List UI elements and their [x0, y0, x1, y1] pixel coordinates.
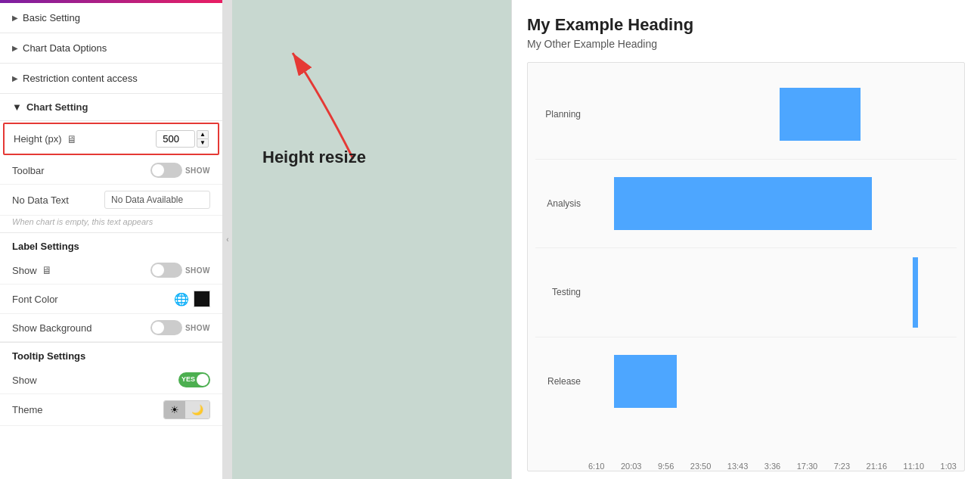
height-spinner: ▲ ▼ — [197, 130, 209, 148]
theme-light-button[interactable]: ☀ — [164, 401, 185, 418]
height-input[interactable] — [156, 130, 195, 148]
font-color-swatch[interactable] — [194, 291, 210, 307]
bar-release — [614, 355, 677, 408]
bar-testing — [913, 257, 918, 328]
sidebar-item-chart-data-options[interactable]: ▶ Chart Data Options — [0, 33, 222, 64]
x-label-1: 20:03 — [621, 462, 642, 471]
x-label-8: 21:16 — [867, 462, 888, 471]
chart-panel: My Example Heading My Other Example Head… — [511, 0, 980, 479]
sidebar-item-label: Chart Setting — [26, 101, 88, 113]
chart-heading-sub: My Other Example Heading — [527, 38, 965, 50]
chart-heading-main: My Example Heading — [527, 15, 965, 35]
show-bg-row: Show Background SHOW — [0, 314, 222, 342]
x-label-4: 13:43 — [727, 462, 749, 471]
theme-dark-button[interactable]: 🌙 — [185, 401, 209, 418]
toolbar-setting-row: Toolbar SHOW — [0, 157, 222, 185]
chart-row-planning: Planning — [535, 70, 957, 160]
bar-area-testing — [588, 248, 957, 337]
sidebar: ▶ Basic Setting ▶ Chart Data Options ▶ R… — [0, 0, 223, 479]
no-data-input[interactable] — [104, 191, 210, 209]
chart-row-analysis: Analysis — [535, 160, 957, 249]
row-label-analysis: Analysis — [535, 198, 588, 209]
label-show-toggle[interactable] — [150, 263, 182, 278]
row-label-testing: Testing — [535, 287, 588, 297]
chart-bars: Planning Analysis Testing — [535, 70, 957, 425]
show-bg-toggle-wrap: SHOW — [150, 320, 210, 335]
arrow-icon: ▶ — [12, 14, 18, 22]
arrow-icon: ▼ — [12, 101, 22, 113]
sidebar-item-restriction[interactable]: ▶ Restriction content access — [0, 64, 222, 94]
label-show-toggle-wrap: SHOW — [150, 263, 210, 278]
theme-toggle-group: ☀ 🌙 — [163, 400, 210, 419]
globe-icon[interactable]: 🌐 — [174, 292, 189, 306]
height-resize-annotation: Height resize — [262, 148, 366, 167]
tooltip-show-label: Show — [12, 375, 172, 386]
show-bg-toggle-label: SHOW — [185, 324, 210, 332]
sidebar-item-label: Basic Setting — [23, 12, 80, 23]
chart-row-release: Release — [535, 337, 957, 426]
height-input-wrap: ▲ ▼ — [156, 130, 209, 148]
x-label-0: 6:10 — [588, 462, 604, 471]
no-data-hint: When chart is empty, this text appears — [0, 216, 222, 232]
main-content-area: Height resize — [232, 0, 511, 479]
toolbar-toggle-wrap: SHOW — [150, 163, 210, 178]
bar-analysis — [614, 177, 872, 230]
toolbar-toggle-label: SHOW — [185, 166, 210, 175]
font-color-row: Font Color 🌐 — [0, 285, 222, 314]
x-label-9: 11:10 — [904, 462, 925, 471]
annotation-text: Height resize — [262, 148, 366, 166]
label-show-row: Show 🖥 SHOW — [0, 257, 222, 285]
theme-row: Theme ☀ 🌙 — [0, 394, 222, 426]
no-data-label: No Data Text — [12, 194, 98, 206]
font-color-label: Font Color — [12, 294, 168, 305]
x-label-5: 3:36 — [764, 462, 780, 471]
monitor-icon-2: 🖥 — [42, 264, 52, 276]
height-setting-row: Height (px) 🖥 ▲ ▼ — [3, 123, 219, 155]
sidebar-item-basic-setting[interactable]: ▶ Basic Setting — [0, 3, 222, 33]
toolbar-toggle[interactable] — [150, 163, 182, 178]
label-show-toggle-label: SHOW — [185, 266, 210, 275]
show-bg-label: Show Background — [12, 322, 144, 334]
x-label-10: 1:03 — [941, 462, 957, 471]
label-show-label: Show 🖥 — [12, 264, 144, 276]
label-settings-title: Label Settings — [0, 232, 222, 257]
arrow-icon: ▶ — [12, 74, 18, 82]
bar-area-analysis — [588, 160, 957, 248]
spinner-down-button[interactable]: ▼ — [197, 138, 209, 148]
chart-row-testing: Testing — [535, 248, 957, 337]
spinner-up-button[interactable]: ▲ — [197, 130, 209, 138]
chart-container: Planning Analysis Testing — [527, 62, 965, 471]
x-label-3: 23:50 — [690, 462, 712, 471]
bar-area-planning — [588, 70, 957, 159]
height-label: Height (px) 🖥 — [14, 133, 150, 145]
row-label-planning: Planning — [535, 109, 588, 120]
x-label-6: 17:30 — [797, 462, 818, 471]
tooltip-show-toggle-wrap: YES — [178, 372, 210, 387]
sidebar-item-chart-setting[interactable]: ▼ Chart Setting — [0, 94, 222, 121]
monitor-icon: 🖥 — [67, 133, 77, 145]
x-axis: 6:10 20:03 9:56 23:50 13:43 3:36 17:30 7… — [588, 462, 957, 471]
bar-planning — [780, 88, 861, 141]
sidebar-item-label: Chart Data Options — [23, 42, 107, 54]
collapse-handle[interactable]: ‹ — [223, 0, 232, 479]
x-label-7: 7:23 — [834, 462, 850, 471]
tooltip-toggle-yes-label: YES — [181, 375, 195, 383]
arrow-icon: ▶ — [12, 44, 18, 52]
tooltip-show-toggle[interactable]: YES — [178, 372, 210, 387]
x-label-2: 9:56 — [658, 462, 674, 471]
row-label-release: Release — [535, 376, 588, 387]
theme-label: Theme — [12, 404, 157, 415]
bar-area-release — [588, 337, 957, 426]
tooltip-settings-title: Tooltip Settings — [0, 342, 222, 366]
sidebar-item-label: Restriction content access — [23, 73, 138, 84]
tooltip-show-row: Show YES — [0, 366, 222, 394]
no-data-text-row: No Data Text — [0, 185, 222, 216]
show-bg-toggle[interactable] — [150, 320, 182, 335]
toolbar-label: Toolbar — [12, 165, 144, 176]
